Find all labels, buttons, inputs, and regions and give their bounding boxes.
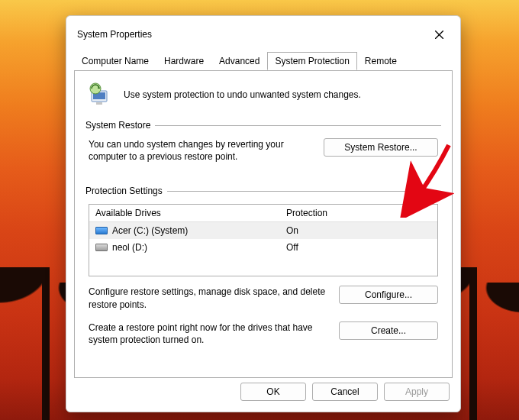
cancel-button[interactable]: Cancel [312,383,378,401]
header-available-drives: Available Drives [89,205,280,221]
drives-table: Available Drives Protection Acer (C:) (S… [89,204,438,276]
drive-name: neol (D:) [112,242,147,253]
create-button-label: Create... [371,325,406,336]
window-title: System Properties [77,29,152,40]
configure-button-label: Configure... [365,289,412,300]
table-row[interactable]: neol (D:) Off [89,239,437,256]
group-system-restore: System Restore You can undo system chang… [85,120,441,163]
svg-rect-4 [96,102,102,105]
table-row[interactable]: Acer (C:) (System) On [89,222,437,239]
header-protection: Protection [280,205,437,221]
group-label-protection: Protection Settings [85,186,163,196]
system-restore-button-label: System Restore... [344,142,417,153]
system-restore-button[interactable]: System Restore... [324,138,438,157]
close-button[interactable] [428,24,450,45]
apply-button: Apply [384,383,450,401]
tab-computer-name[interactable]: Computer Name [74,52,156,70]
tabstrip: Computer Name Hardware Advanced System P… [66,52,460,71]
tab-system-protection[interactable]: System Protection [267,52,356,70]
divider [167,191,441,192]
titlebar: System Properties [66,16,460,51]
close-icon [435,31,443,39]
drive-status: Off [280,241,437,254]
drive-name: Acer (C:) (System) [112,225,188,236]
drives-header: Available Drives Protection [89,205,437,222]
dialog-footer: OK Cancel Apply [66,383,460,412]
create-button[interactable]: Create... [339,321,438,340]
tab-panel-system-protection: Use system protection to undo unwanted s… [74,70,453,378]
ok-button[interactable]: OK [240,383,306,401]
restore-description: You can undo system changes by reverting… [89,138,314,163]
tab-advanced[interactable]: Advanced [211,52,267,70]
intro-row: Use system protection to undo unwanted s… [85,79,441,118]
drive-icon [95,227,108,234]
apply-button-label: Apply [405,386,428,397]
configure-button[interactable]: Configure... [339,286,438,304]
system-properties-dialog: System Properties Computer Name Hardware… [66,15,461,412]
group-protection-settings: Protection Settings Available Drives Pro… [85,186,441,346]
drive-icon [95,244,108,251]
tab-hardware[interactable]: Hardware [156,52,211,70]
create-description: Create a restore point right now for the… [89,321,330,346]
system-protection-icon [87,82,113,108]
divider [155,125,441,126]
intro-text: Use system protection to undo unwanted s… [124,89,361,100]
group-label-restore: System Restore [85,120,150,131]
drives-body[interactable]: Acer (C:) (System) On neol (D:) Off [89,222,437,276]
drive-status: On [280,224,437,237]
tab-remote[interactable]: Remote [357,52,405,70]
configure-description: Configure restore settings, manage disk … [89,286,330,310]
